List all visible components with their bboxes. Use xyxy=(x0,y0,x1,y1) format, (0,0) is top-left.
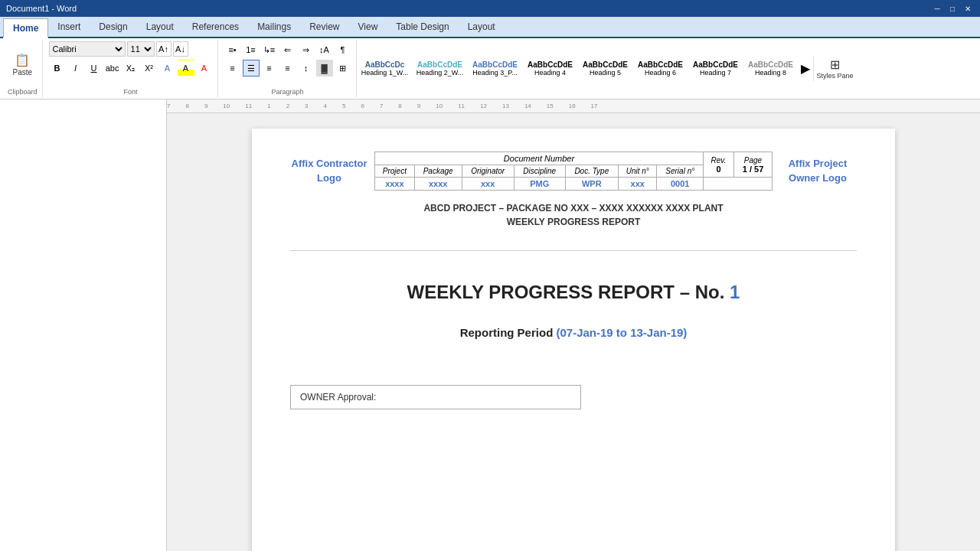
main-heading: WEEKLY PROGRESS REPORT – No. 1 xyxy=(290,282,857,303)
increase-indent-button[interactable]: ⇒ xyxy=(298,41,315,58)
tab-review[interactable]: Review xyxy=(300,17,348,37)
align-right-button[interactable]: ≡ xyxy=(261,60,278,77)
serialno-value: 0001 xyxy=(657,178,704,191)
paste-icon: 📋 xyxy=(15,53,30,67)
paste-button[interactable]: 📋 Paste xyxy=(9,51,35,77)
align-row: ≡ ☰ ≡ ≡ ↕ ▓ ⊞ xyxy=(224,60,351,77)
style-heading2[interactable]: AaBbCcDdE Heading 2_W... xyxy=(413,46,467,92)
tab-references[interactable]: References xyxy=(183,17,248,37)
originator-header: Originator xyxy=(462,165,514,178)
format-row: B I U abc X₂ X² A A A xyxy=(49,60,213,77)
doctype-value: WPR xyxy=(565,178,618,191)
styles-scroll-right[interactable]: ▶ xyxy=(798,61,813,76)
project-header: Project xyxy=(375,165,415,178)
doc-number-label: Document Number xyxy=(375,152,704,165)
tab-insert[interactable]: Insert xyxy=(48,17,90,37)
sort-button[interactable]: ↕A xyxy=(316,41,333,58)
separator xyxy=(290,250,857,251)
doc-number-row: Document Number Rev. 0 Page 1 / 57 xyxy=(375,152,773,165)
style-heading3[interactable]: AaBbCcDdE Heading 3_P... xyxy=(469,46,522,92)
paragraph-content: ≡• 1≡ ↳≡ ⇐ ⇒ ↕A ¶ ≡ ☰ ≡ ≡ ↕ ▓ ⊞ xyxy=(224,41,351,88)
line-spacing-button[interactable]: ↕ xyxy=(298,60,315,77)
bold-button[interactable]: B xyxy=(49,60,66,77)
tab-layout2[interactable]: Layout xyxy=(459,17,505,37)
ribbon-group-paragraph: ≡• 1≡ ↳≡ ⇐ ⇒ ↕A ¶ ≡ ☰ ≡ ≡ ↕ ▓ ⊞ Paragrap… xyxy=(220,40,357,97)
show-formatting-button[interactable]: ¶ xyxy=(335,41,351,58)
text-effects-button[interactable]: A xyxy=(159,60,176,77)
styles-panel: AaBbCcDc Heading 1_W... AaBbCcDdE Headin… xyxy=(358,40,977,97)
title-bar: Document1 - Word ─ □ ✕ xyxy=(0,0,980,17)
font-size-selector[interactable]: 11 xyxy=(127,41,155,57)
increase-font-button[interactable]: A↑ xyxy=(156,41,172,57)
rev-cell: Rev. 0 xyxy=(704,152,734,178)
ribbon: 📋 Paste Clipboard Calibri 11 A↑ A↓ B I U xyxy=(0,38,980,99)
doc-title-line1: ABCD PROJECT – PACKAGE NO XXX – XXXX XXX… xyxy=(290,203,857,214)
font-color-button[interactable]: A xyxy=(196,60,213,77)
align-center-button[interactable]: ☰ xyxy=(243,60,260,77)
discipline-value: PMG xyxy=(514,178,565,191)
doctype-header: Doc. Type xyxy=(565,165,618,178)
styles-pane-button[interactable]: ⊞ Styles Pane xyxy=(813,56,857,81)
minimize-button[interactable]: ─ xyxy=(931,3,943,14)
highlight-button[interactable]: A xyxy=(178,60,194,77)
tab-design[interactable]: Design xyxy=(90,17,136,37)
page-cell: Page 1 / 57 xyxy=(734,152,773,178)
ribbon-group-clipboard: 📋 Paste Clipboard xyxy=(3,40,43,97)
styles-pane-icon: ⊞ xyxy=(830,57,840,72)
close-button[interactable]: ✕ xyxy=(962,3,974,14)
underline-button[interactable]: U xyxy=(86,60,103,77)
doc-title-block: ABCD PROJECT – PACKAGE NO XXX – XXXX XXX… xyxy=(290,203,857,227)
superscript-button[interactable]: X² xyxy=(141,60,158,77)
discipline-header: Discipline xyxy=(514,165,565,178)
ribbon-group-font: Calibri 11 A↑ A↓ B I U abc X₂ X² A A A F… xyxy=(44,40,218,97)
borders-button[interactable]: ⊞ xyxy=(335,60,351,77)
italic-button[interactable]: I xyxy=(67,60,84,77)
doc-title-line2: WEEKLY PROGRESS REPORT xyxy=(290,217,857,227)
window-controls[interactable]: ─ □ ✕ xyxy=(931,3,974,14)
left-panel xyxy=(0,99,167,551)
style-heading1[interactable]: AaBbCcDc Heading 1_W... xyxy=(358,46,412,92)
maximize-button[interactable]: □ xyxy=(946,3,959,14)
font-group-content: Calibri 11 A↑ A↓ B I U abc X₂ X² A A A xyxy=(49,41,213,88)
justify-button[interactable]: ≡ xyxy=(279,60,296,77)
owner-approval-box: OWNER Approval: xyxy=(290,385,581,409)
window-title: Document1 - Word xyxy=(6,4,77,13)
multilevel-button[interactable]: ↳≡ xyxy=(261,41,278,58)
unitno-value: xxx xyxy=(619,178,657,191)
document-number-table: Document Number Rev. 0 Page 1 / 57 Proje… xyxy=(374,152,773,191)
numbering-button[interactable]: 1≡ xyxy=(243,41,260,58)
tab-table-design[interactable]: Table Design xyxy=(387,17,458,37)
shading-button[interactable]: ▓ xyxy=(316,60,333,77)
decrease-indent-button[interactable]: ⇐ xyxy=(279,41,296,58)
clipboard-content: 📋 Paste xyxy=(9,41,35,88)
style-heading8[interactable]: AaBbCcDdE Heading 8 xyxy=(744,46,798,92)
ruler-marks: 7 8 9 10 11 1 2 3 4 5 6 7 8 9 10 11 12 1… xyxy=(167,103,980,109)
project-value: xxxx xyxy=(375,178,415,191)
tab-home[interactable]: Home xyxy=(3,18,48,38)
doc-header: Affix Contractor Logo Document Number Re… xyxy=(290,152,857,191)
align-left-button[interactable]: ≡ xyxy=(224,60,241,77)
bullets-button[interactable]: ≡• xyxy=(224,41,241,58)
doc-area[interactable]: Affix Contractor Logo Document Number Re… xyxy=(167,113,980,551)
style-heading5[interactable]: AaBbCcDdE Heading 5 xyxy=(579,46,632,92)
style-heading7[interactable]: AaBbCcDdE Heading 7 xyxy=(689,46,743,92)
package-value: xxxx xyxy=(414,178,462,191)
reporting-period: Reporting Period (07-Jan-19 to 13-Jan-19… xyxy=(290,326,857,339)
decrease-font-button[interactable]: A↓ xyxy=(173,41,188,57)
tab-layout[interactable]: Layout xyxy=(137,17,183,37)
font-selector-row: Calibri 11 A↑ A↓ xyxy=(49,41,188,57)
style-heading6[interactable]: AaBbCcDdE Heading 6 xyxy=(634,46,688,92)
subscript-button[interactable]: X₂ xyxy=(122,60,139,77)
package-header: Package xyxy=(414,165,462,178)
document-page: Affix Contractor Logo Document Number Re… xyxy=(252,129,895,551)
contractor-logo: Affix Contractor Logo xyxy=(290,152,374,191)
originator-value: xxx xyxy=(462,178,514,191)
tab-mailings[interactable]: Mailings xyxy=(248,17,300,37)
font-name-selector[interactable]: Calibri xyxy=(49,41,126,57)
owner-logo: Affix Project Owner Logo xyxy=(773,152,857,191)
strikethrough-button[interactable]: abc xyxy=(104,60,121,77)
styles-list: AaBbCcDc Heading 1_W... AaBbCcDdE Headin… xyxy=(358,46,798,92)
values-row: xxxx xxxx xxx PMG WPR xxx 0001 xyxy=(375,178,773,191)
tab-view[interactable]: View xyxy=(349,17,387,37)
style-heading4[interactable]: AaBbCcDdE Heading 4 xyxy=(524,46,577,92)
